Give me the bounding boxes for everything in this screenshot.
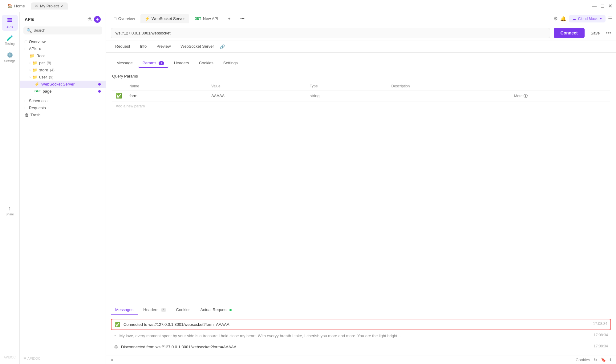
param-type: string	[306, 90, 388, 102]
bottomtab-cookies[interactable]: Cookies	[172, 305, 195, 315]
notifications-icon[interactable]: 🔔	[560, 16, 566, 22]
status-left: «	[111, 357, 113, 362]
branding-label: APIDOC	[27, 357, 40, 360]
filter-icon[interactable]: ⚗	[87, 17, 91, 22]
minimize-button[interactable]: —	[592, 3, 597, 9]
params-table: Name Value Type Description ✅ form AAAAA	[112, 82, 610, 102]
sidebar-item-user[interactable]: › 📁 user (9)	[20, 74, 106, 81]
sidebar-item-pet[interactable]: › 📁 pet (8)	[20, 59, 106, 66]
bottom-panel: Messages Headers 3 Cookies Actual Reques…	[106, 304, 616, 364]
subtab-info[interactable]: Info	[136, 42, 151, 52]
requests-icon: □	[25, 106, 27, 110]
maximize-button[interactable]: □	[601, 3, 604, 9]
apidoc-logo: APIDOC	[4, 356, 15, 359]
overview-icon: □	[25, 39, 27, 44]
store-label: store	[39, 68, 48, 72]
innertab-cookies[interactable]: Cookies	[195, 59, 218, 68]
url-more-button[interactable]: •••	[606, 30, 611, 36]
sidebar-label-settings: Settings	[4, 59, 15, 63]
url-input[interactable]	[111, 28, 550, 38]
sidebar-item-store[interactable]: › 📁 store (4)	[20, 66, 106, 74]
user-badge: (9)	[49, 75, 54, 79]
apis-chevron-icon: ▶	[39, 47, 42, 50]
innertab-params[interactable]: Params 1	[138, 59, 168, 68]
connect-button[interactable]: Connect	[554, 28, 585, 38]
add-icon[interactable]: +	[94, 16, 101, 23]
col-type: Type	[306, 82, 388, 90]
tab-new-api[interactable]: GET New API	[190, 14, 222, 23]
main-content: □ Overview ⚡ WebSocket Server GET New AP…	[106, 12, 616, 364]
tab-overview[interactable]: □ Overview	[110, 14, 139, 23]
sidebar-item-testing[interactable]: 🧪 Testing	[2, 32, 18, 48]
websocket-icon: ⚡	[34, 82, 39, 86]
bookmark-icon[interactable]: 🔖	[601, 358, 606, 362]
param-check-icon: ✅	[116, 93, 122, 98]
save-button[interactable]: Save	[588, 30, 602, 37]
home-tab[interactable]: 🏠 Home	[4, 2, 29, 10]
cookies-status-label[interactable]: Cookies	[576, 358, 590, 362]
innertab-settings[interactable]: Settings	[219, 59, 242, 68]
query-params-section: Query Params Name Value Type Description	[112, 74, 610, 111]
trash-label: Trash	[30, 113, 41, 117]
param-value[interactable]: AAAAA	[208, 90, 306, 102]
more-link[interactable]: More	[514, 94, 522, 98]
store-badge: (4)	[50, 68, 55, 72]
innertab-message[interactable]: Message	[112, 59, 137, 68]
subtab-preview[interactable]: Preview	[152, 42, 175, 52]
home-icon: 🏠	[7, 4, 12, 8]
sidebar-item-websocket[interactable]: ⚡ WebSocket Server	[20, 81, 106, 88]
add-param-button[interactable]: Add a new param	[112, 102, 610, 111]
cloud-mock-button[interactable]: ☁ Cloud Mock ▼	[569, 15, 606, 22]
bottomtab-actual-request[interactable]: Actual Request	[196, 305, 236, 315]
actual-request-dot	[229, 309, 232, 311]
sidebar-item-apis[interactable]: APIs	[2, 15, 18, 31]
col-check	[112, 82, 126, 90]
url-bar: Connect Save •••	[106, 25, 616, 41]
get-method-badge: GET	[34, 90, 41, 93]
more-tabs-button[interactable]: •••	[236, 14, 249, 23]
collapse-button[interactable]: «	[111, 357, 113, 362]
search-input[interactable]	[34, 28, 99, 33]
sidebar-item-trash[interactable]: 🗑 Trash	[20, 111, 106, 118]
tab-websocket[interactable]: ⚡ WebSocket Server	[140, 14, 189, 23]
sidebar-item-schemas[interactable]: □ Schemas ›	[20, 97, 106, 104]
cloud-mock-label: Cloud Mock	[578, 17, 598, 21]
sidebar-item-share[interactable]: ↑ Share	[2, 202, 18, 218]
overview-label: Overview	[29, 39, 46, 44]
pet-chevron-icon: ›	[30, 61, 30, 65]
innertab-headers[interactable]: Headers	[170, 59, 193, 68]
query-params-title: Query Params	[112, 74, 610, 78]
page-dot	[98, 90, 101, 93]
root-label: Root	[36, 54, 45, 58]
subtab-request[interactable]: Request	[111, 42, 134, 52]
settings-gear-icon[interactable]: ⚙	[553, 16, 558, 22]
hamburger-icon[interactable]: ☰	[608, 16, 612, 22]
link-icon[interactable]: 🔗	[220, 44, 225, 49]
bottomtab-messages[interactable]: Messages	[111, 305, 138, 315]
sub-tabbar: Request Info Preview WebSocket Server 🔗	[106, 41, 616, 53]
add-tab-button[interactable]: +	[224, 14, 235, 23]
pet-label: pet	[39, 61, 45, 65]
connected-time: 17:08:34	[593, 322, 607, 326]
status-bar: « Cookies ↻ 🔖 ℹ	[106, 355, 616, 364]
refresh-icon[interactable]: ↻	[594, 358, 597, 362]
titlebar-right: — □ ✕	[592, 3, 612, 9]
info-icon[interactable]: ℹ	[610, 358, 611, 362]
schemas-label: Schemas	[29, 98, 46, 103]
bottom-tabbar: Messages Headers 3 Cookies Actual Reques…	[106, 304, 616, 316]
sidebar-item-apis-section[interactable]: □ APIs ▶	[20, 45, 106, 52]
param-name[interactable]: form	[126, 90, 208, 102]
sidebar-item-page[interactable]: GET page	[20, 88, 106, 95]
apis-icon	[7, 17, 13, 25]
sidebar-item-requests[interactable]: □ Requests ›	[20, 104, 106, 111]
apis-folder-icon: □	[25, 46, 27, 51]
sidebar-item-settings[interactable]: ⚙️ Settings	[2, 49, 18, 65]
bottomtab-headers[interactable]: Headers 3	[139, 305, 170, 315]
sidebar-item-root[interactable]: 📁 Root	[20, 52, 106, 59]
subtab-websocket-server[interactable]: WebSocket Server	[176, 42, 218, 52]
message-disconnected: ♻ Disconnected from ws://127.0.0.1:3001/…	[111, 342, 611, 352]
project-tab[interactable]: ✕ My Project ✓	[31, 2, 68, 10]
close-button[interactable]: ✕	[608, 3, 612, 9]
sidebar-item-overview[interactable]: □ Overview	[20, 38, 106, 45]
user-chevron-icon: ›	[30, 75, 30, 79]
